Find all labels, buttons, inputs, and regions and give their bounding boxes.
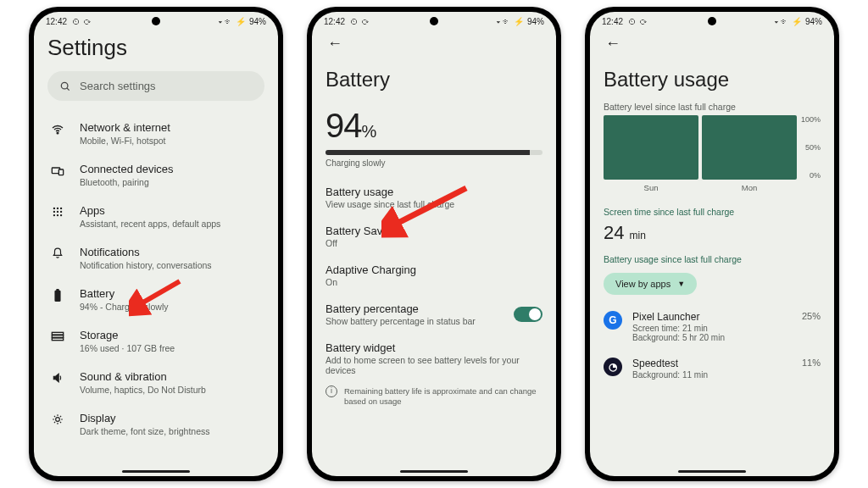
battery-percent: 94% <box>326 107 542 145</box>
gesture-bar[interactable] <box>122 470 190 473</box>
chart-bar-sun <box>604 115 698 180</box>
status-indicators: ⏲ ⟳ <box>72 17 92 26</box>
svg-point-6 <box>57 208 58 209</box>
app-row-pixel-launcher[interactable]: G Pixel Launcher Screen time: 21 min Bac… <box>604 303 821 350</box>
svg-point-13 <box>60 214 62 216</box>
back-button[interactable]: ← <box>326 31 344 56</box>
svg-point-9 <box>57 211 58 213</box>
svg-point-11 <box>53 214 55 216</box>
svg-point-7 <box>60 208 62 209</box>
gesture-bar[interactable] <box>678 470 746 473</box>
svg-point-2 <box>57 132 58 134</box>
svg-rect-4 <box>58 169 63 175</box>
display-icon <box>49 412 66 425</box>
svg-rect-16 <box>52 332 63 335</box>
search-placeholder: Search settings <box>80 80 156 92</box>
settings-item-display[interactable]: DisplayDark theme, font size, brightness <box>47 403 264 441</box>
bell-icon <box>49 246 66 259</box>
settings-item-notifications[interactable]: NotificationsNotification history, conve… <box>47 237 264 279</box>
setting-adaptive-charging[interactable]: Adaptive Charging On <box>326 256 542 295</box>
settings-item-storage[interactable]: Storage16% used · 107 GB free <box>47 320 264 362</box>
phone-frame-battery: 12:42⏲ ⟳ ▾ ᯤ ⚡94% ← Battery 94% Charging… <box>307 7 561 481</box>
svg-rect-14 <box>54 291 60 302</box>
svg-rect-17 <box>52 336 63 338</box>
status-time: 12:42 <box>46 17 67 26</box>
settings-item-sound[interactable]: Sound & vibrationVolume, haptics, Do Not… <box>47 362 264 403</box>
usage-caption: Battery usage since last full charge <box>604 254 821 264</box>
page-title: Settings <box>47 35 264 61</box>
wifi-signal-icon: ▾ ᯤ ⚡ <box>218 17 246 26</box>
search-input[interactable]: Search settings <box>47 71 264 101</box>
settings-item-network[interactable]: Network & internetMobile, Wi-Fi, hotspot <box>47 113 264 154</box>
svg-point-10 <box>60 211 62 213</box>
svg-rect-18 <box>52 338 63 341</box>
svg-point-5 <box>53 208 55 209</box>
battery-icon <box>49 287 66 302</box>
svg-point-0 <box>61 82 68 89</box>
toggle-battery-percentage[interactable] <box>514 307 542 322</box>
settings-item-battery[interactable]: Battery94% - Charging slowly <box>47 279 264 320</box>
battery-footnote: i Remaining battery life is approximate … <box>326 383 542 408</box>
svg-point-12 <box>57 214 58 216</box>
settings-item-connected[interactable]: Connected devicesBluetooth, pairing <box>47 154 264 196</box>
battery-level-chart: Sun Mon 100% 50% 0% <box>604 115 821 197</box>
view-by-apps-chip[interactable]: View by apps ▼ <box>604 273 697 295</box>
app-icon-google: G <box>604 311 622 330</box>
phone-frame-settings: 12:42 ⏲ ⟳ ▾ ᯤ ⚡ 94% Settings Search sett… <box>29 7 283 481</box>
battery-progress <box>326 150 542 155</box>
app-icon-speedtest: ◔ <box>604 358 622 376</box>
chevron-down-icon: ▼ <box>677 280 685 288</box>
svg-line-1 <box>67 87 70 90</box>
phone-frame-battery-usage: 12:42⏲ ⟳ ▾ ᯤ ⚡94% ← Battery usage Batter… <box>585 7 839 481</box>
back-button[interactable]: ← <box>604 31 622 56</box>
wifi-icon <box>49 121 66 136</box>
setting-battery-saver[interactable]: Battery Saver Off <box>326 217 542 256</box>
chart-yticks: 100% 50% 0% <box>801 115 821 180</box>
settings-item-apps[interactable]: AppsAssistant, recent apps, default apps <box>47 196 264 237</box>
info-icon: i <box>326 385 337 397</box>
front-camera <box>708 17 716 25</box>
storage-icon <box>49 329 66 342</box>
status-battery-pct: 94% <box>249 17 266 26</box>
sound-icon <box>49 370 66 384</box>
search-icon <box>59 80 71 92</box>
setting-battery-percentage[interactable]: Battery percentage Show battery percenta… <box>326 295 542 334</box>
page-title: Battery <box>326 68 542 92</box>
front-camera <box>430 17 438 25</box>
svg-point-19 <box>56 418 60 422</box>
svg-rect-15 <box>56 289 59 291</box>
chart-bar-mon <box>702 115 797 180</box>
screen-time-caption: Screen time since last full charge <box>604 207 821 217</box>
apps-icon <box>49 204 66 218</box>
setting-battery-widget[interactable]: Battery widget Add to home screen to see… <box>326 334 542 383</box>
charging-caption: Charging slowly <box>326 158 542 168</box>
svg-point-8 <box>53 211 55 213</box>
devices-icon <box>49 163 66 178</box>
screen-time-value: 24 min <box>604 222 821 244</box>
setting-battery-usage[interactable]: Battery usage View usage since last full… <box>326 178 542 217</box>
app-row-speedtest[interactable]: ◔ Speedtest Background: 11 min 11% <box>604 350 821 387</box>
gesture-bar[interactable] <box>400 470 468 473</box>
front-camera <box>152 17 160 25</box>
page-title: Battery usage <box>604 68 821 92</box>
level-caption: Battery level since last full charge <box>604 102 821 112</box>
